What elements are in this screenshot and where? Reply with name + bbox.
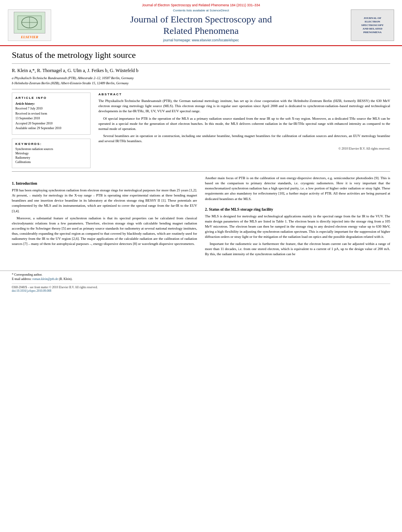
sciencedirect-link: Contents lists available at ScienceDirec… xyxy=(59,9,343,12)
article-meta-line: Journal of Electron Spectroscopy and Rel… xyxy=(8,3,394,7)
page: Journal of Electron Spectroscopy and Rel… xyxy=(0,0,402,532)
doi-link[interactable]: doi:10.1016/j.elspec.2010.09.008 xyxy=(12,289,51,293)
elsevier-wordmark: ELSEVIER xyxy=(21,35,38,39)
journal-title: Journal of Electron Spectroscopy and Rel… xyxy=(59,14,343,37)
meta-citation: Journal of Electron Spectroscopy and Rel… xyxy=(142,3,260,7)
footer-legal: 0368-2048/$ – see front matter © 2010 El… xyxy=(12,284,390,293)
footnote: * Corresponding author. E-mail address: … xyxy=(12,272,390,281)
article-info-abstract: ARTICLE INFO Article history: Received 7… xyxy=(12,93,390,168)
body-content: 1. Introduction PTB has been employing s… xyxy=(12,176,390,259)
article-info-box: ARTICLE INFO Article history: Received 7… xyxy=(12,93,91,135)
article-info-col: ARTICLE INFO Article history: Received 7… xyxy=(12,93,91,168)
divider-1 xyxy=(12,89,390,89)
main-content: Status of the metrology light source R. … xyxy=(0,46,402,263)
header-main: ELSEVIER Contents lists available at Sci… xyxy=(8,9,394,45)
abstract-text: The Physikalisch-Technische Bundesanstal… xyxy=(98,98,390,143)
elsevier-logo: ELSEVIER xyxy=(8,9,51,41)
journal-header: Journal of Electron Spectroscopy and Rel… xyxy=(0,0,402,46)
homepage-url[interactable]: www.elsevier.com/locate/elspec xyxy=(192,38,239,42)
section-1-right-text: Another main focus of PTB is on the cali… xyxy=(205,176,391,201)
affiliations: a Physikalisch-Technische Bundesanstalt … xyxy=(12,76,390,86)
authors: R. Klein a,*, R. Thornagel a, G. Ulm a, … xyxy=(12,68,390,74)
article-title: Status of the metrology light source xyxy=(12,50,390,64)
section-2-text: The MLS is designed for metrology and te… xyxy=(205,214,391,257)
body-col-right: Another main focus of PTB is on the cali… xyxy=(205,176,391,259)
footer: * Corresponding author. E-mail address: … xyxy=(0,271,402,293)
sciencedirect-text[interactable]: ScienceDirect xyxy=(209,9,229,12)
divider-2 xyxy=(12,171,390,172)
section-1-heading: 1. Introduction xyxy=(12,181,197,185)
section-2: 2. Status of the MLS storage ring facili… xyxy=(205,207,391,257)
body-col-left: 1. Introduction PTB has been employing s… xyxy=(12,176,197,259)
journal-logo-right: JOURNAL OF ELECTRON SPECTROSCOPY AND REL… xyxy=(351,9,394,41)
section-2-heading: 2. Status of the MLS storage ring facili… xyxy=(205,207,391,211)
abstract-col: ABSTRACT The Physikalisch-Technische Bun… xyxy=(98,93,390,168)
section-1: 1. Introduction PTB has been employing s… xyxy=(12,181,197,247)
journal-homepage: journal homepage: www.elsevier.com/locat… xyxy=(59,38,343,42)
journal-title-block: Contents lists available at ScienceDirec… xyxy=(51,9,351,42)
copyright: © 2010 Elsevier B.V. All rights reserved… xyxy=(98,147,390,150)
email-link[interactable]: roman.klein@ptb.de xyxy=(32,277,58,281)
section-1-text: PTB has been employing synchrotron radia… xyxy=(12,188,197,247)
keywords-box: Keywords: Synchrotron radiation sources … xyxy=(12,139,91,168)
